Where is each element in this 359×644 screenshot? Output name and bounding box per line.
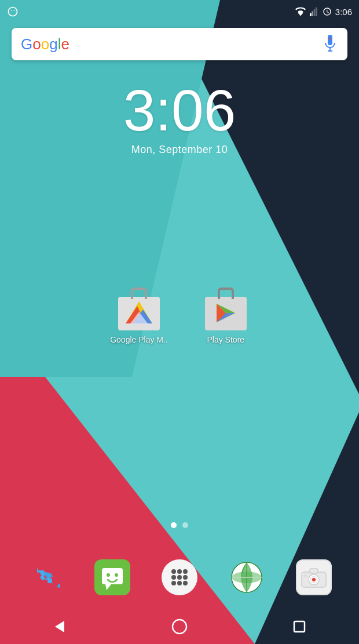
svg-point-42 xyxy=(173,620,186,634)
google-search-bar[interactable]: Google xyxy=(12,28,347,60)
status-left-icons xyxy=(7,6,19,17)
svg-point-20 xyxy=(171,569,176,574)
status-bar: 3:06 xyxy=(0,0,359,23)
phone-screen: 3:06 Google 3:06 Mon, September 10 xyxy=(0,0,359,644)
svg-marker-19 xyxy=(105,584,111,590)
page-dot-1 xyxy=(171,522,177,528)
svg-point-28 xyxy=(183,581,188,585)
svg-rect-7 xyxy=(329,38,331,39)
dock-browser[interactable] xyxy=(226,556,268,598)
cat-icon xyxy=(7,6,19,17)
google-play-music-icon[interactable]: Google Play M.. xyxy=(110,284,168,344)
svg-rect-40 xyxy=(303,574,307,577)
clock-time: 3:06 xyxy=(0,81,359,139)
alarm-icon xyxy=(323,7,332,16)
svg-point-26 xyxy=(171,581,176,585)
svg-point-23 xyxy=(171,575,176,580)
dock-phone[interactable] xyxy=(24,556,66,598)
svg-rect-0 xyxy=(310,13,312,16)
svg-rect-39 xyxy=(310,569,318,573)
status-time: 3:06 xyxy=(335,7,352,17)
svg-marker-41 xyxy=(55,621,64,632)
play-store-label: Play Store xyxy=(207,335,245,344)
navigation-bar xyxy=(0,609,359,644)
home-screen-apps: Google Play M.. Play Store xyxy=(0,284,359,344)
clock-widget: 3:06 Mon, September 10 xyxy=(0,81,359,156)
nav-recents-button[interactable] xyxy=(285,612,314,641)
page-dot-2 xyxy=(182,522,188,528)
svg-rect-1 xyxy=(312,11,313,16)
status-right-icons: 3:06 xyxy=(295,7,352,17)
svg-point-17 xyxy=(107,573,110,577)
google-mic-button[interactable] xyxy=(322,36,338,52)
svg-point-25 xyxy=(183,575,188,580)
page-indicators xyxy=(0,522,359,528)
signal-icon xyxy=(310,7,319,16)
svg-rect-43 xyxy=(294,621,305,632)
svg-point-27 xyxy=(177,581,182,585)
app-dock xyxy=(0,545,359,609)
svg-point-38 xyxy=(312,578,316,581)
google-logo: Google xyxy=(21,35,69,53)
clock-date: Mon, September 10 xyxy=(0,144,359,156)
svg-rect-2 xyxy=(313,9,315,16)
svg-point-18 xyxy=(115,573,118,577)
svg-point-22 xyxy=(183,569,188,574)
nav-back-button[interactable] xyxy=(45,612,74,641)
play-music-label: Google Play M.. xyxy=(110,335,168,344)
play-store-icon[interactable]: Play Store xyxy=(203,284,249,344)
dock-camera[interactable] xyxy=(293,556,335,598)
dock-messaging[interactable] xyxy=(91,556,133,598)
play-store-icon-img xyxy=(203,284,249,330)
svg-point-21 xyxy=(177,569,182,574)
svg-rect-3 xyxy=(316,8,317,16)
nav-home-button[interactable] xyxy=(165,612,194,641)
svg-point-24 xyxy=(177,575,182,580)
svg-rect-4 xyxy=(328,35,332,45)
wifi-icon xyxy=(295,7,306,16)
play-music-icon-img xyxy=(116,284,162,330)
dock-app-drawer[interactable] xyxy=(159,556,200,598)
